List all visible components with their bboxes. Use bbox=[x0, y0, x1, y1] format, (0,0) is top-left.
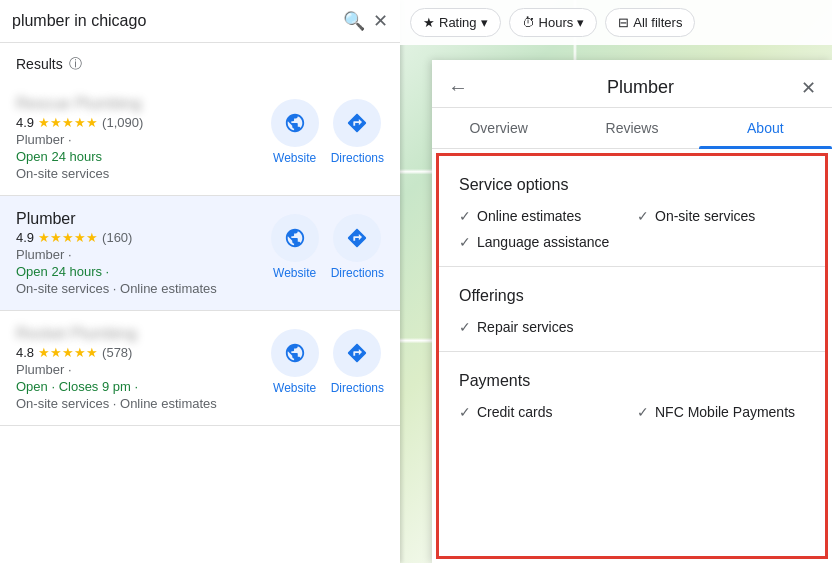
globe-icon bbox=[284, 112, 306, 134]
option-item: ✓ Online estimates bbox=[459, 208, 627, 224]
option-item: ✓ NFC Mobile Payments bbox=[637, 404, 805, 420]
website-label: Website bbox=[273, 381, 316, 395]
result-name: Rescue Plumbing bbox=[16, 95, 271, 113]
stars-row: 4.9 ★★★★★ (160) bbox=[16, 230, 271, 245]
review-count: (160) bbox=[102, 230, 132, 245]
service-options-section: Service options ✓ Online estimates ✓ On-… bbox=[439, 156, 825, 267]
result-name: Rocket Plumbing bbox=[16, 325, 271, 343]
service-options-grid: ✓ Online estimates ✓ On-site services ✓ … bbox=[459, 208, 805, 250]
website-button[interactable]: Website bbox=[271, 329, 319, 395]
rating-filter[interactable]: ★ Rating ▾ bbox=[410, 8, 501, 37]
rating-number: 4.9 bbox=[16, 230, 34, 245]
service-options-title: Service options bbox=[459, 176, 805, 194]
rating-number: 4.9 bbox=[16, 115, 34, 130]
map-area: ★ Rating ▾ ⏱ Hours ▾ ⊟ All filters ← Plu… bbox=[400, 0, 832, 563]
result-type: Plumber · bbox=[16, 132, 271, 147]
result-type: Plumber · bbox=[16, 247, 271, 262]
website-button[interactable]: Website bbox=[271, 99, 319, 165]
option-label: Repair services bbox=[477, 319, 573, 335]
option-item: ✓ Language assistance bbox=[459, 234, 627, 250]
info-icon[interactable]: ⓘ bbox=[69, 55, 82, 73]
check-icon: ✓ bbox=[459, 208, 471, 224]
search-icon[interactable]: 🔍 bbox=[343, 10, 365, 32]
back-button[interactable]: ← bbox=[448, 76, 468, 99]
result-tags: On-site services bbox=[16, 166, 271, 181]
clear-icon[interactable]: ✕ bbox=[373, 10, 388, 32]
open-hours: Open 24 hours · bbox=[16, 264, 271, 279]
offerings-grid: ✓ Repair services bbox=[459, 319, 805, 335]
option-label: NFC Mobile Payments bbox=[655, 404, 795, 420]
website-icon-circle bbox=[271, 99, 319, 147]
tab-reviews[interactable]: Reviews bbox=[565, 108, 698, 148]
option-item: ✓ On-site services bbox=[637, 208, 805, 224]
clock-icon: ⏱ bbox=[522, 15, 535, 30]
website-label: Website bbox=[273, 266, 316, 280]
website-icon-circle bbox=[271, 214, 319, 262]
results-label: Results bbox=[16, 56, 63, 72]
payments-section: Payments ✓ Credit cards ✓ NFC Mobile Pay… bbox=[439, 352, 825, 436]
review-count: (1,090) bbox=[102, 115, 143, 130]
all-filters-button[interactable]: ⊟ All filters bbox=[605, 8, 695, 37]
search-bar: 🔍 ✕ bbox=[0, 0, 400, 43]
detail-content: Service options ✓ Online estimates ✓ On-… bbox=[436, 153, 828, 559]
tab-overview[interactable]: Overview bbox=[432, 108, 565, 148]
directions-icon-circle bbox=[333, 99, 381, 147]
list-item[interactable]: Rescue Plumbing 4.9 ★★★★★ (1,090) Plumbe… bbox=[0, 81, 400, 196]
open-hours: Open 24 hours bbox=[16, 149, 271, 164]
option-item: ✓ Repair services bbox=[459, 319, 627, 335]
option-label: Language assistance bbox=[477, 234, 609, 250]
results-header: Results ⓘ bbox=[0, 43, 400, 81]
filter-bar: ★ Rating ▾ ⏱ Hours ▾ ⊟ All filters bbox=[400, 0, 832, 45]
close-button[interactable]: ✕ bbox=[801, 77, 816, 99]
all-filters-label: All filters bbox=[633, 15, 682, 30]
directions-icon-circle bbox=[333, 214, 381, 262]
open-hours: Open · Closes 9 pm · bbox=[16, 379, 271, 394]
detail-panel: ← Plumber ✕ Overview Reviews About Servi… bbox=[432, 60, 832, 563]
detail-title: Plumber bbox=[480, 77, 801, 98]
stars: ★★★★★ bbox=[38, 115, 98, 130]
list-item[interactable]: Rocket Plumbing 4.8 ★★★★★ (578) Plumber … bbox=[0, 311, 400, 426]
stars-row: 4.8 ★★★★★ (578) bbox=[16, 345, 271, 360]
result-info: Rescue Plumbing 4.9 ★★★★★ (1,090) Plumbe… bbox=[16, 95, 271, 181]
globe-icon bbox=[284, 227, 306, 249]
chevron-down-icon: ▾ bbox=[577, 15, 584, 30]
directions-button[interactable]: Directions bbox=[331, 214, 384, 280]
globe-icon bbox=[284, 342, 306, 364]
result-info: Plumber 4.9 ★★★★★ (160) Plumber · Open 2… bbox=[16, 210, 271, 296]
result-actions: Website Directions bbox=[271, 95, 384, 165]
website-icon-circle bbox=[271, 329, 319, 377]
filter-icon: ⊟ bbox=[618, 15, 629, 30]
tab-about[interactable]: About bbox=[699, 108, 832, 148]
directions-button[interactable]: Directions bbox=[331, 329, 384, 395]
detail-tabs: Overview Reviews About bbox=[432, 108, 832, 149]
check-icon: ✓ bbox=[459, 404, 471, 420]
list-item[interactable]: Plumber 4.9 ★★★★★ (160) Plumber · Open 2… bbox=[0, 196, 400, 311]
result-type: Plumber · bbox=[16, 362, 271, 377]
review-count: (578) bbox=[102, 345, 132, 360]
left-panel: 🔍 ✕ Results ⓘ Rescue Plumbing 4.9 ★★★★★ … bbox=[0, 0, 400, 563]
hours-filter-label: Hours bbox=[539, 15, 574, 30]
result-actions: Website Directions bbox=[271, 325, 384, 395]
directions-icon bbox=[346, 227, 368, 249]
website-button[interactable]: Website bbox=[271, 214, 319, 280]
results-list: Rescue Plumbing 4.9 ★★★★★ (1,090) Plumbe… bbox=[0, 81, 400, 563]
rating-filter-label: Rating bbox=[439, 15, 477, 30]
offerings-section: Offerings ✓ Repair services bbox=[439, 267, 825, 352]
result-tags: On-site services · Online estimates bbox=[16, 396, 271, 411]
option-label: Online estimates bbox=[477, 208, 581, 224]
detail-header: ← Plumber ✕ bbox=[432, 60, 832, 108]
result-name: Plumber bbox=[16, 210, 271, 228]
stars: ★★★★★ bbox=[38, 230, 98, 245]
result-tags: On-site services · Online estimates bbox=[16, 281, 271, 296]
option-label: On-site services bbox=[655, 208, 755, 224]
payments-title: Payments bbox=[459, 372, 805, 390]
star-icon: ★ bbox=[423, 15, 435, 30]
directions-label: Directions bbox=[331, 266, 384, 280]
directions-button[interactable]: Directions bbox=[331, 99, 384, 165]
result-info: Rocket Plumbing 4.8 ★★★★★ (578) Plumber … bbox=[16, 325, 271, 411]
result-actions: Website Directions bbox=[271, 210, 384, 280]
payments-grid: ✓ Credit cards ✓ NFC Mobile Payments bbox=[459, 404, 805, 420]
search-input[interactable] bbox=[12, 12, 335, 30]
hours-filter[interactable]: ⏱ Hours ▾ bbox=[509, 8, 598, 37]
chevron-down-icon: ▾ bbox=[481, 15, 488, 30]
